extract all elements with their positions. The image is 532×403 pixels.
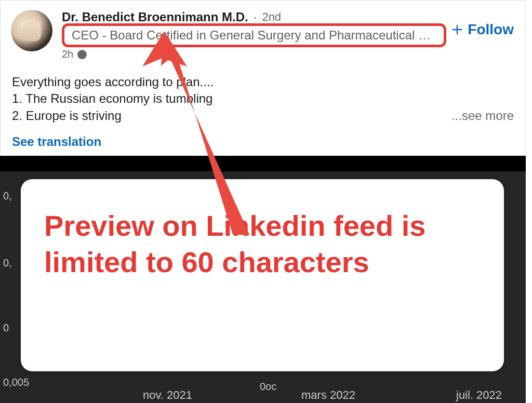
post-body-line: 2. Europe is striving (12, 109, 122, 123)
globe-icon (77, 50, 87, 59)
chart-y-tick: 0, (3, 257, 12, 269)
chart-x-tick: mars 2022 (301, 388, 355, 402)
chart-y-tick: 0, (3, 190, 12, 202)
follow-label: Follow (468, 21, 514, 38)
chart-y-tick: 0,005 (3, 377, 29, 388)
author-row: Dr. Benedict Broennimann M.D. · 2nd (62, 10, 515, 24)
annotation-card: Preview on Linkedin feed is limited to 6… (21, 179, 504, 371)
post-body-line: 1. The Russian economy is tumbling (12, 90, 514, 107)
avatar[interactable] (11, 10, 52, 51)
plus-icon (450, 22, 464, 37)
chart-y-tick: 0 (3, 322, 9, 334)
see-more-link[interactable]: ...see more (451, 108, 514, 124)
connection-degree: 2nd (262, 10, 281, 24)
author-name[interactable]: Dr. Benedict Broennimann M.D. (62, 10, 248, 24)
linkedin-post-card: Dr. Benedict Broennimann M.D. · 2nd CEO … (0, 0, 526, 159)
annotation-text: Preview on Linkedin feed is limited to 6… (44, 208, 481, 280)
post-body: Everything goes according to plan.... 1.… (1, 63, 525, 129)
post-header: Dr. Benedict Broennimann M.D. · 2nd CEO … (1, 1, 525, 63)
chart-x-tick: juil. 2022 (456, 388, 502, 402)
author-headline: CEO - Board Certified in General Surgery… (62, 23, 446, 47)
chart-x-tick: nov. 2021 (143, 388, 192, 402)
follow-button[interactable]: Follow (450, 21, 514, 38)
post-time-row: 2h (62, 48, 515, 60)
separator-dot: · (254, 10, 257, 24)
chart-x-minor: 0oc (260, 381, 276, 393)
post-body-line: Everything goes according to plan.... (12, 74, 514, 90)
post-meta: Dr. Benedict Broennimann M.D. · 2nd CEO … (62, 10, 515, 60)
media-top-strip (0, 156, 526, 171)
screenshot-root: Dr. Benedict Broennimann M.D. · 2nd CEO … (0, 0, 532, 403)
post-timestamp: 2h (62, 48, 73, 60)
see-translation-link[interactable]: See translation (1, 129, 525, 159)
